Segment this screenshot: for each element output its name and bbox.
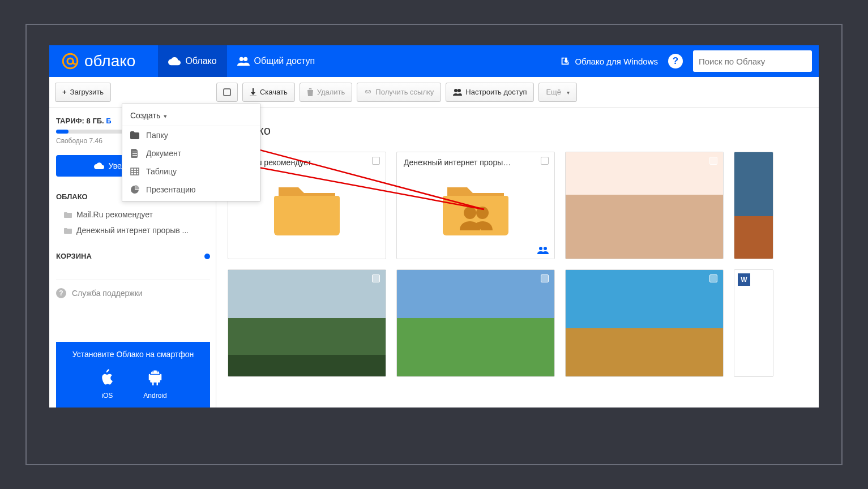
checkbox-icon [223, 88, 231, 96]
download-button[interactable]: Скачать [242, 83, 295, 102]
chevron-down-icon [164, 111, 167, 120]
create-presentation-label: Презентацию [146, 185, 196, 194]
folder-icon [64, 212, 72, 218]
people-solid-icon [453, 89, 462, 96]
navbar: облако Облако Общий доступ Облако для Wi… [49, 45, 819, 77]
trash-indicator-dot [204, 254, 210, 259]
configure-access-button[interactable]: Настроить доступ [446, 83, 534, 102]
get-link-label: Получить ссылку [375, 88, 434, 96]
sidebar-trash-title[interactable]: КОРЗИНА [56, 252, 92, 260]
sidebar-item-money[interactable]: Денежный интернет прорыв ... [56, 222, 210, 238]
create-table-label: Таблицу [146, 167, 177, 176]
create-button[interactable]: Создать [122, 106, 260, 126]
tile-photo-4[interactable] [565, 269, 724, 377]
get-link-button[interactable]: Получить ссылку [357, 83, 441, 102]
tariff-label: ТАРИФ: 8 ГБ. [56, 117, 104, 125]
people-icon [237, 56, 250, 66]
tile-doc-partial[interactable]: W [734, 269, 773, 377]
upload-button[interactable]: + Загрузить [55, 83, 111, 102]
tile-checkbox[interactable] [541, 274, 549, 282]
promo-banner: Установите Облако на смартфон iOS Androi… [56, 342, 210, 408]
android-icon [147, 369, 163, 386]
plus-icon: + [62, 88, 67, 96]
create-presentation-item[interactable]: Презентацию [122, 181, 260, 199]
search-box[interactable] [693, 50, 812, 72]
chevron-down-icon [565, 88, 570, 96]
tile-photo-partial[interactable] [734, 152, 773, 259]
breadcrumb: Облако [228, 123, 819, 138]
svg-point-0 [63, 54, 78, 68]
tile-checkbox[interactable] [541, 157, 549, 165]
help-button[interactable]: ? [668, 54, 683, 68]
svg-point-1 [67, 58, 73, 64]
sidebar-item-recommend[interactable]: Mail.Ru рекомендует [56, 207, 210, 222]
svg-point-6 [464, 207, 476, 219]
brand-logo[interactable]: облако [49, 45, 147, 77]
create-folder-label: Папку [146, 131, 168, 140]
create-label: Создать [130, 111, 160, 120]
create-document-label: Документ [146, 149, 181, 158]
support-link[interactable]: ? Служба поддержки [56, 280, 210, 306]
folder-icon [130, 131, 139, 140]
tariff-link[interactable]: Б [106, 117, 111, 125]
select-all-button[interactable] [216, 83, 238, 102]
toolbar: + Загрузить Скачать Удалить Получить ссы… [49, 77, 819, 108]
promo-ios-label: iOS [101, 392, 113, 400]
trash-icon [307, 88, 314, 96]
search-input[interactable] [699, 57, 806, 66]
more-button[interactable]: Ещё [538, 83, 577, 102]
svg-point-5 [157, 371, 158, 372]
delete-button[interactable]: Удалить [300, 83, 353, 102]
table-icon [130, 167, 139, 176]
download-label: Скачать [260, 88, 288, 96]
pie-icon [130, 185, 139, 194]
tile-photo-3[interactable] [396, 269, 555, 377]
create-document-item[interactable]: Документ [122, 144, 260, 162]
cloud-icon [168, 57, 181, 66]
folder-large-icon [273, 182, 341, 238]
main-content: Облако Mail.Ru рекомендует Денежный инте… [216, 108, 819, 408]
brand-title: облако [84, 52, 135, 70]
create-dropdown: Создать Папку Документ Таблицу Презентац… [122, 104, 260, 201]
tile-checkbox[interactable] [709, 274, 717, 282]
svg-point-4 [152, 371, 153, 372]
tile-folder-money[interactable]: Денежный интернет проры… [396, 152, 555, 259]
tab-shared[interactable]: Общий доступ [227, 45, 326, 77]
create-folder-item[interactable]: Папку [122, 126, 260, 144]
file-grid: Mail.Ru рекомендует Денежный интернет пр… [228, 152, 819, 377]
tile-checkbox[interactable] [709, 157, 717, 165]
folder-shared-large-icon [442, 182, 510, 238]
sidebar-item-label: Денежный интернет прорыв ... [76, 226, 189, 235]
question-circle-icon: ? [56, 288, 66, 298]
configure-access-label: Настроить доступ [465, 88, 527, 96]
shared-badge-icon [537, 246, 549, 254]
tab-cloud-label: Облако [185, 56, 216, 66]
download-icon [250, 88, 256, 96]
link-icon [364, 88, 372, 96]
tile-photo-2[interactable] [228, 269, 386, 377]
tab-shared-label: Общий доступ [254, 56, 315, 66]
tile-label: Денежный интернет проры… [404, 158, 511, 167]
tile-checkbox[interactable] [372, 274, 380, 282]
app-window: облако Облако Общий доступ Облако для Wi… [49, 45, 819, 408]
download-box-icon [560, 56, 570, 66]
promo-android-label: Android [143, 392, 166, 400]
folder-icon [64, 228, 72, 234]
promo-ios[interactable]: iOS [99, 369, 115, 400]
support-label: Служба поддержки [72, 289, 143, 298]
create-table-item[interactable]: Таблицу [122, 162, 260, 181]
more-label: Ещё [546, 88, 561, 96]
cloud-windows-label: Облако для Windows [575, 57, 658, 66]
promo-android[interactable]: Android [143, 369, 166, 400]
tab-cloud[interactable]: Облако [158, 45, 226, 77]
word-icon: W [738, 273, 750, 286]
tile-checkbox[interactable] [372, 157, 380, 165]
tile-photo-1[interactable] [565, 152, 724, 259]
delete-label: Удалить [317, 88, 345, 96]
cloud-windows-link[interactable]: Облако для Windows [560, 56, 658, 66]
cloud-icon [94, 162, 104, 170]
svg-point-7 [476, 207, 489, 219]
sidebar-item-label: Mail.Ru рекомендует [76, 210, 153, 219]
promo-text: Установите Облако на смартфон [63, 350, 203, 359]
at-logo-icon [61, 52, 80, 71]
